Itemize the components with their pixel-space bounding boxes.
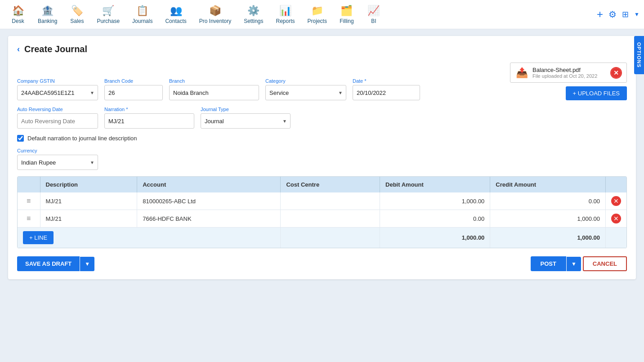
upload-files-button[interactable]: + UPLOAD FILES: [566, 86, 627, 100]
row-1-description: MJ/21: [40, 192, 137, 210]
post-dropdown-button[interactable]: ▼: [566, 257, 581, 271]
branch-input[interactable]: [169, 85, 259, 100]
row-1-cost-centre: [281, 192, 380, 210]
company-gstin-select[interactable]: 24AABCA5951E1Z1: [17, 85, 98, 100]
action-bar-left: SAVE AS DRAFT ▼: [17, 256, 94, 271]
file-delete-button[interactable]: ✕: [611, 68, 621, 78]
delete-row-2-button[interactable]: ✕: [611, 214, 621, 223]
journal-type-group: Journal Type Journal Opening Balance Con…: [201, 107, 291, 129]
auto-reversing-date-input[interactable]: [17, 113, 98, 129]
default-narration-checkbox[interactable]: [17, 135, 24, 142]
currency-group: Currency Indian Rupee USD EUR: [17, 148, 98, 170]
page-header: ‹ Create Journal: [17, 44, 627, 54]
col-account: Account: [137, 177, 281, 192]
col-credit-amount: Credit Amount: [490, 177, 606, 192]
table-row: ≡ MJ/21 810000265-ABC Ltd 1,000.00 0.00 …: [18, 192, 626, 210]
row-handle-2[interactable]: ≡: [27, 215, 31, 222]
save-as-draft-button[interactable]: SAVE AS DRAFT: [17, 256, 80, 271]
category-select[interactable]: Service Goods: [265, 85, 346, 100]
branch-code-input[interactable]: [104, 85, 163, 100]
nav-sales[interactable]: 🏷️ Sales: [63, 1, 90, 28]
add-line-button[interactable]: + LINE: [23, 231, 54, 244]
nav-filling[interactable]: 🗂️ Filling: [333, 1, 360, 28]
narration-group: Narration *: [104, 107, 194, 129]
nav-contacts[interactable]: 👥 Contacts: [159, 1, 192, 28]
action-bar-right: POST ▼ CANCEL: [531, 256, 627, 271]
branch-label: Branch: [169, 78, 259, 84]
nav-purchase[interactable]: 🛒 Purchase: [90, 1, 126, 28]
category-label: Category: [265, 78, 346, 84]
nav-desk[interactable]: 🏠 Desk: [4, 1, 31, 28]
journals-icon: 📋: [136, 5, 148, 17]
delete-row-1-button[interactable]: ✕: [611, 196, 621, 206]
row-1-credit: 0.00: [490, 192, 606, 210]
branch-code-group: Branch Code: [104, 78, 163, 100]
date-input[interactable]: [353, 85, 420, 100]
reports-icon: 📊: [279, 5, 291, 17]
save-draft-dropdown-button[interactable]: ▼: [80, 257, 94, 271]
date-label: Date *: [353, 78, 420, 84]
nav-reports[interactable]: 📊 Reports: [270, 1, 301, 28]
currency-select[interactable]: Indian Rupee USD EUR: [17, 155, 98, 170]
col-actions: [606, 177, 627, 192]
totals-label: [281, 228, 380, 248]
company-gstin-label: Company GSTIN: [17, 78, 98, 84]
col-description: Description: [40, 177, 137, 192]
row-2-cost-centre: [281, 210, 380, 228]
nav-journals[interactable]: 📋 Journals: [126, 1, 159, 28]
settings-gear-icon[interactable]: ⚙: [608, 9, 617, 20]
contacts-icon: 👥: [170, 5, 182, 17]
journal-lines-table: Description Account Cost Centre Debit Am…: [18, 177, 626, 248]
create-journal-card: ‹ Create Journal Company GSTIN 24AABCA59…: [8, 36, 636, 279]
top-navigation: 🏠 Desk 🏦 Banking 🏷️ Sales 🛒 Purchase 📋 J…: [0, 0, 644, 29]
pro-inventory-icon: 📦: [209, 5, 221, 17]
nav-pro-inventory[interactable]: 📦 Pro Inventory: [193, 1, 237, 28]
purchase-icon: 🛒: [102, 5, 114, 17]
filling-icon: 🗂️: [340, 5, 353, 17]
projects-icon: 📁: [311, 5, 323, 17]
grid-view-icon[interactable]: ⊞: [622, 9, 629, 19]
form-row-1: Company GSTIN 24AABCA5951E1Z1 Branch Cod…: [17, 63, 627, 100]
form-row-2: Auto Reversing Date Narration * Journal …: [17, 107, 627, 129]
nav-projects[interactable]: 📁 Projects: [301, 1, 333, 28]
narration-input[interactable]: [104, 113, 194, 129]
add-button[interactable]: +: [597, 8, 603, 21]
page-title: Create Journal: [24, 44, 87, 54]
table-row: ≡ MJ/21 7666-HDFC BANK 0.00 1,000.00 ✕: [18, 210, 626, 228]
row-2-account: 7666-HDFC BANK: [137, 210, 281, 228]
post-button[interactable]: POST: [531, 256, 566, 271]
journal-lines-table-container: Description Account Cost Centre Debit Am…: [17, 176, 627, 248]
row-1-debit: 1,000.00: [380, 192, 490, 210]
col-debit-amount: Debit Amount: [380, 177, 490, 192]
col-cost-centre: Cost Centre: [281, 177, 380, 192]
dropdown-arrow-icon[interactable]: ▼: [634, 11, 640, 18]
row-2-description: MJ/21: [40, 210, 137, 228]
default-narration-label: Default narration to journal line descri…: [27, 135, 137, 142]
sales-icon: 🏷️: [71, 5, 83, 17]
row-handle-1[interactable]: ≡: [27, 197, 31, 205]
row-1-account: 810000265-ABC Ltd: [137, 192, 281, 210]
bi-icon: 📈: [367, 5, 380, 17]
totals-row: + LINE 1,000.00 1,000.00: [18, 228, 626, 248]
nav-settings[interactable]: ⚙️ Settings: [237, 1, 269, 28]
branch-group: Branch: [169, 78, 259, 100]
file-section: 📤 Balance-Sheet.pdf File uploaded at Oct…: [426, 63, 627, 100]
branch-code-label: Branch Code: [104, 78, 163, 84]
currency-label: Currency: [17, 148, 98, 153]
narration-label: Narration *: [104, 107, 194, 112]
nav-bi[interactable]: 📈 BI: [360, 1, 387, 28]
action-bar: SAVE AS DRAFT ▼ POST ▼ CANCEL: [17, 256, 627, 271]
form-row-currency: Currency Indian Rupee USD EUR: [17, 148, 627, 170]
back-button[interactable]: ‹: [17, 45, 20, 54]
company-gstin-group: Company GSTIN 24AABCA5951E1Z1: [17, 78, 98, 100]
banking-icon: 🏦: [41, 5, 54, 17]
file-upload-icon: 📤: [516, 67, 528, 79]
cancel-button[interactable]: CANCEL: [583, 256, 627, 271]
journal-type-select[interactable]: Journal Opening Balance Contra Payment R…: [201, 113, 291, 129]
options-sidebar[interactable]: OPTIONS: [634, 36, 644, 74]
totals-debit: 1,000.00: [380, 228, 490, 248]
nav-banking[interactable]: 🏦 Banking: [31, 1, 63, 28]
file-info: Balance-Sheet.pdf File uploaded at Oct 2…: [532, 67, 607, 79]
file-name: Balance-Sheet.pdf: [532, 67, 607, 73]
col-handle: [18, 177, 40, 192]
